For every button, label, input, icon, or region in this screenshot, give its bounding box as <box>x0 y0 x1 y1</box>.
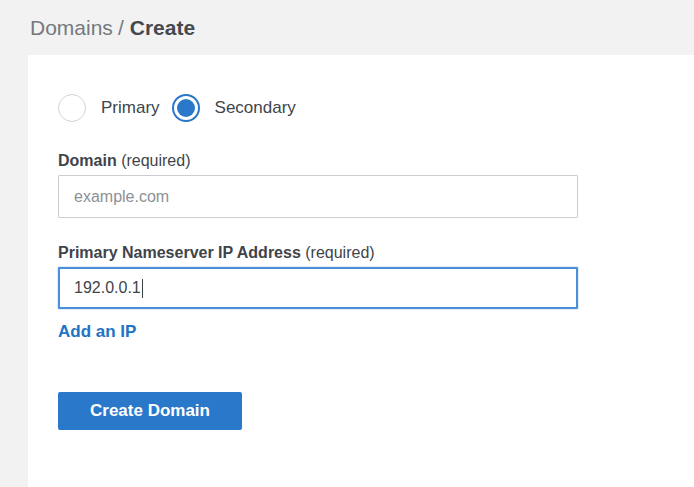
breadcrumb: Domains / Create <box>0 0 694 55</box>
breadcrumb-separator: / <box>118 16 124 40</box>
ip-input[interactable]: 192.0.0.1 <box>58 267 578 309</box>
create-domain-button[interactable]: Create Domain <box>58 392 242 430</box>
radio-secondary-circle-icon[interactable] <box>172 94 200 122</box>
breadcrumb-domains-link[interactable]: Domains <box>30 16 113 40</box>
ip-field-group: Primary Nameserver IP Address (required)… <box>58 243 694 309</box>
domain-field-label: Domain (required) <box>58 151 694 170</box>
radio-primary-label: Primary <box>101 98 160 118</box>
breadcrumb-current-page: Create <box>130 16 195 40</box>
radio-option-primary[interactable]: Primary <box>58 94 160 122</box>
ip-label-text: Primary Nameserver IP Address <box>58 244 301 261</box>
radio-secondary-label: Secondary <box>215 98 296 118</box>
domain-label-text: Domain <box>58 152 117 169</box>
add-ip-link[interactable]: Add an IP <box>58 322 136 342</box>
create-domain-form-card: Primary Secondary Domain (required) Prim… <box>28 55 694 487</box>
text-caret <box>142 279 143 298</box>
radio-option-secondary[interactable]: Secondary <box>172 94 296 122</box>
domain-required-note: (required) <box>121 152 190 169</box>
ip-required-note: (required) <box>305 244 374 261</box>
domain-field-group: Domain (required) <box>58 151 694 218</box>
domain-type-radio-group: Primary Secondary <box>58 94 694 122</box>
ip-field-label: Primary Nameserver IP Address (required) <box>58 243 694 262</box>
ip-input-value: 192.0.0.1 <box>74 279 141 297</box>
radio-primary-circle-icon[interactable] <box>58 94 86 122</box>
domain-input[interactable] <box>58 175 578 218</box>
page: Domains / Create Primary Secondary Domai… <box>0 0 694 487</box>
